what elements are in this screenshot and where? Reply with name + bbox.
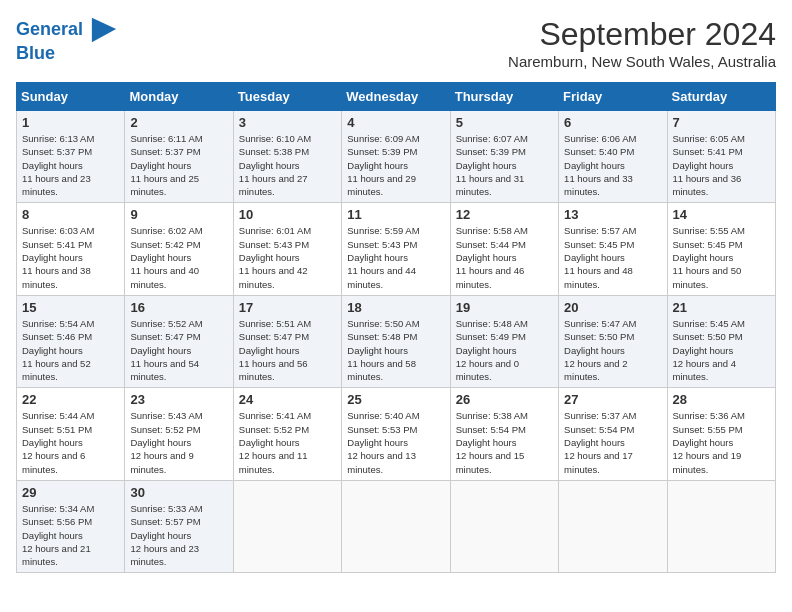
calendar-cell: 6Sunrise: 6:06 AMSunset: 5:40 PMDaylight… xyxy=(559,111,667,203)
day-info: Sunrise: 6:13 AMSunset: 5:37 PMDaylight … xyxy=(22,132,119,198)
weekday-header-wednesday: Wednesday xyxy=(342,83,450,111)
day-info: Sunrise: 5:36 AMSunset: 5:55 PMDaylight … xyxy=(673,409,770,475)
calendar-cell: 28Sunrise: 5:36 AMSunset: 5:55 PMDayligh… xyxy=(667,388,775,480)
weekday-header-thursday: Thursday xyxy=(450,83,558,111)
day-number: 29 xyxy=(22,485,119,500)
day-info: Sunrise: 6:05 AMSunset: 5:41 PMDaylight … xyxy=(673,132,770,198)
calendar-cell xyxy=(667,480,775,572)
day-info: Sunrise: 5:54 AMSunset: 5:46 PMDaylight … xyxy=(22,317,119,383)
day-number: 8 xyxy=(22,207,119,222)
calendar-cell: 11Sunrise: 5:59 AMSunset: 5:43 PMDayligh… xyxy=(342,203,450,295)
day-number: 20 xyxy=(564,300,661,315)
day-number: 4 xyxy=(347,115,444,130)
day-number: 2 xyxy=(130,115,227,130)
logo-blue-text: Blue xyxy=(16,44,118,64)
weekday-header-friday: Friday xyxy=(559,83,667,111)
calendar-cell: 15Sunrise: 5:54 AMSunset: 5:46 PMDayligh… xyxy=(17,295,125,387)
day-number: 9 xyxy=(130,207,227,222)
calendar-cell: 16Sunrise: 5:52 AMSunset: 5:47 PMDayligh… xyxy=(125,295,233,387)
day-number: 24 xyxy=(239,392,336,407)
day-info: Sunrise: 6:11 AMSunset: 5:37 PMDaylight … xyxy=(130,132,227,198)
calendar-cell: 5Sunrise: 6:07 AMSunset: 5:39 PMDaylight… xyxy=(450,111,558,203)
day-number: 3 xyxy=(239,115,336,130)
calendar-cell: 23Sunrise: 5:43 AMSunset: 5:52 PMDayligh… xyxy=(125,388,233,480)
day-number: 25 xyxy=(347,392,444,407)
day-number: 7 xyxy=(673,115,770,130)
calendar-week-row: 1Sunrise: 6:13 AMSunset: 5:37 PMDaylight… xyxy=(17,111,776,203)
calendar-week-row: 29Sunrise: 5:34 AMSunset: 5:56 PMDayligh… xyxy=(17,480,776,572)
day-info: Sunrise: 6:06 AMSunset: 5:40 PMDaylight … xyxy=(564,132,661,198)
calendar-table: SundayMondayTuesdayWednesdayThursdayFrid… xyxy=(16,82,776,573)
calendar-cell: 26Sunrise: 5:38 AMSunset: 5:54 PMDayligh… xyxy=(450,388,558,480)
calendar-cell: 25Sunrise: 5:40 AMSunset: 5:53 PMDayligh… xyxy=(342,388,450,480)
calendar-cell: 9Sunrise: 6:02 AMSunset: 5:42 PMDaylight… xyxy=(125,203,233,295)
logo: General Blue xyxy=(16,16,118,64)
calendar-cell xyxy=(233,480,341,572)
day-info: Sunrise: 5:51 AMSunset: 5:47 PMDaylight … xyxy=(239,317,336,383)
weekday-header-row: SundayMondayTuesdayWednesdayThursdayFrid… xyxy=(17,83,776,111)
day-info: Sunrise: 5:33 AMSunset: 5:57 PMDaylight … xyxy=(130,502,227,568)
day-number: 18 xyxy=(347,300,444,315)
calendar-cell: 10Sunrise: 6:01 AMSunset: 5:43 PMDayligh… xyxy=(233,203,341,295)
day-info: Sunrise: 5:40 AMSunset: 5:53 PMDaylight … xyxy=(347,409,444,475)
calendar-cell: 7Sunrise: 6:05 AMSunset: 5:41 PMDaylight… xyxy=(667,111,775,203)
weekday-header-tuesday: Tuesday xyxy=(233,83,341,111)
page-header: General Blue September 2024 Naremburn, N… xyxy=(16,16,776,70)
day-info: Sunrise: 5:57 AMSunset: 5:45 PMDaylight … xyxy=(564,224,661,290)
month-year: September 2024 xyxy=(508,16,776,53)
day-info: Sunrise: 5:48 AMSunset: 5:49 PMDaylight … xyxy=(456,317,553,383)
day-number: 5 xyxy=(456,115,553,130)
calendar-cell: 12Sunrise: 5:58 AMSunset: 5:44 PMDayligh… xyxy=(450,203,558,295)
day-info: Sunrise: 6:09 AMSunset: 5:39 PMDaylight … xyxy=(347,132,444,198)
day-info: Sunrise: 5:44 AMSunset: 5:51 PMDaylight … xyxy=(22,409,119,475)
day-info: Sunrise: 5:55 AMSunset: 5:45 PMDaylight … xyxy=(673,224,770,290)
calendar-cell: 20Sunrise: 5:47 AMSunset: 5:50 PMDayligh… xyxy=(559,295,667,387)
calendar-cell: 2Sunrise: 6:11 AMSunset: 5:37 PMDaylight… xyxy=(125,111,233,203)
day-info: Sunrise: 5:34 AMSunset: 5:56 PMDaylight … xyxy=(22,502,119,568)
day-number: 15 xyxy=(22,300,119,315)
calendar-week-row: 22Sunrise: 5:44 AMSunset: 5:51 PMDayligh… xyxy=(17,388,776,480)
day-number: 23 xyxy=(130,392,227,407)
day-number: 11 xyxy=(347,207,444,222)
day-number: 30 xyxy=(130,485,227,500)
day-number: 14 xyxy=(673,207,770,222)
calendar-cell: 21Sunrise: 5:45 AMSunset: 5:50 PMDayligh… xyxy=(667,295,775,387)
calendar-cell: 3Sunrise: 6:10 AMSunset: 5:38 PMDaylight… xyxy=(233,111,341,203)
calendar-cell: 13Sunrise: 5:57 AMSunset: 5:45 PMDayligh… xyxy=(559,203,667,295)
svg-marker-0 xyxy=(92,18,116,42)
day-info: Sunrise: 5:45 AMSunset: 5:50 PMDaylight … xyxy=(673,317,770,383)
day-info: Sunrise: 5:38 AMSunset: 5:54 PMDaylight … xyxy=(456,409,553,475)
day-number: 26 xyxy=(456,392,553,407)
calendar-cell: 8Sunrise: 6:03 AMSunset: 5:41 PMDaylight… xyxy=(17,203,125,295)
day-number: 16 xyxy=(130,300,227,315)
weekday-header-monday: Monday xyxy=(125,83,233,111)
day-info: Sunrise: 5:41 AMSunset: 5:52 PMDaylight … xyxy=(239,409,336,475)
day-number: 6 xyxy=(564,115,661,130)
weekday-header-saturday: Saturday xyxy=(667,83,775,111)
day-info: Sunrise: 5:43 AMSunset: 5:52 PMDaylight … xyxy=(130,409,227,475)
day-number: 22 xyxy=(22,392,119,407)
calendar-cell: 22Sunrise: 5:44 AMSunset: 5:51 PMDayligh… xyxy=(17,388,125,480)
calendar-cell: 4Sunrise: 6:09 AMSunset: 5:39 PMDaylight… xyxy=(342,111,450,203)
title-block: September 2024 Naremburn, New South Wale… xyxy=(508,16,776,70)
day-info: Sunrise: 5:58 AMSunset: 5:44 PMDaylight … xyxy=(456,224,553,290)
calendar-cell: 18Sunrise: 5:50 AMSunset: 5:48 PMDayligh… xyxy=(342,295,450,387)
day-number: 13 xyxy=(564,207,661,222)
calendar-cell: 1Sunrise: 6:13 AMSunset: 5:37 PMDaylight… xyxy=(17,111,125,203)
calendar-cell: 30Sunrise: 5:33 AMSunset: 5:57 PMDayligh… xyxy=(125,480,233,572)
calendar-cell xyxy=(450,480,558,572)
day-info: Sunrise: 5:52 AMSunset: 5:47 PMDaylight … xyxy=(130,317,227,383)
day-info: Sunrise: 5:59 AMSunset: 5:43 PMDaylight … xyxy=(347,224,444,290)
calendar-cell: 14Sunrise: 5:55 AMSunset: 5:45 PMDayligh… xyxy=(667,203,775,295)
calendar-cell: 19Sunrise: 5:48 AMSunset: 5:49 PMDayligh… xyxy=(450,295,558,387)
day-number: 28 xyxy=(673,392,770,407)
day-info: Sunrise: 5:37 AMSunset: 5:54 PMDaylight … xyxy=(564,409,661,475)
day-number: 27 xyxy=(564,392,661,407)
day-info: Sunrise: 6:02 AMSunset: 5:42 PMDaylight … xyxy=(130,224,227,290)
day-number: 1 xyxy=(22,115,119,130)
day-info: Sunrise: 6:01 AMSunset: 5:43 PMDaylight … xyxy=(239,224,336,290)
day-info: Sunrise: 6:07 AMSunset: 5:39 PMDaylight … xyxy=(456,132,553,198)
calendar-cell: 29Sunrise: 5:34 AMSunset: 5:56 PMDayligh… xyxy=(17,480,125,572)
day-number: 10 xyxy=(239,207,336,222)
calendar-week-row: 8Sunrise: 6:03 AMSunset: 5:41 PMDaylight… xyxy=(17,203,776,295)
